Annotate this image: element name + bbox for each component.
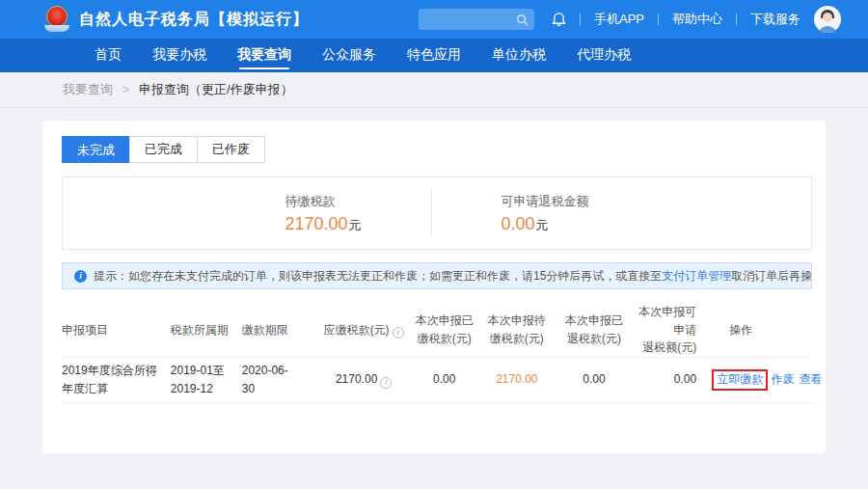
declaration-item-line2: 年度汇算 (62, 380, 171, 398)
summary-panel: 待缴税款 2170.00元 可申请退税金额 0.00元 (62, 177, 812, 250)
nav-item-home[interactable]: 首页 (95, 39, 122, 72)
summary-divider (431, 190, 432, 236)
nav-item-featured-apps[interactable]: 特色应用 (407, 39, 461, 72)
cell-tax-payable: 2170.00i (317, 370, 411, 389)
breadcrumb-parent[interactable]: 我要查询 (63, 81, 113, 98)
header-right: 手机APP 帮助中心 下载服务 (419, 6, 841, 33)
table-row: 2019年度综合所得 年度汇算 2019-01至 2019-12 2020-06… (62, 358, 812, 403)
col-header-to-pay-line1: 本次申报待 (478, 312, 556, 330)
tax-period-line2: 2019-12 (171, 380, 242, 398)
summary-refundable-amount: 0.00 (502, 214, 535, 233)
col-header-to-pay-this-time: 本次申报待 缴税款(元) (478, 312, 556, 347)
payment-deadline-line2: 30 (242, 380, 317, 398)
summary-refundable-label: 可申请退税金额 (502, 193, 589, 210)
declaration-item-line1: 2019年度综合所得 (62, 362, 171, 380)
col-header-refunded-line1: 本次申报已 (556, 312, 633, 330)
col-header-to-pay-line2: 缴税款(元) (478, 330, 556, 348)
tax-period-line1: 2019-01至 (171, 362, 242, 380)
cell-paid-this-time: 0.00 (411, 370, 478, 389)
payment-deadline-line1: 2020-06- (242, 362, 317, 380)
col-header-refundable-amount: 本次申报可申请 退税额(元) (633, 303, 710, 357)
header-link-download-service[interactable]: 下载服务 (750, 11, 800, 28)
nav-item-i-want-to-file[interactable]: 我要办税 (152, 39, 206, 72)
nav-item-agency-tax[interactable]: 代理办税 (577, 39, 631, 72)
summary-refundable-unit: 元 (536, 218, 549, 232)
tax-bureau-logo-icon (44, 6, 69, 33)
user-avatar[interactable] (814, 6, 841, 33)
pay-now-link[interactable]: 立即缴款 (717, 372, 763, 386)
cell-actions: 立即缴款 作废查看 (710, 369, 812, 391)
tax-payable-info-icon[interactable]: i (393, 327, 404, 339)
search-input[interactable] (426, 13, 516, 26)
tax-payable-value: 2170.00 (336, 372, 377, 386)
col-header-paid-line1: 本次申报已 (411, 312, 478, 330)
notice-info-icon: i (74, 270, 87, 283)
notification-bell[interactable] (552, 12, 566, 27)
payment-order-management-link[interactable]: 支付订单管理 (662, 268, 731, 285)
breadcrumb-current: 申报查询（更正/作废申报） (139, 81, 293, 98)
tax-payable-row-info-icon[interactable]: i (380, 377, 392, 389)
summary-tax-due-label: 待缴税款 (285, 193, 361, 210)
col-header-actions: 操作 (710, 321, 812, 340)
summary-refundable: 可申请退税金额 0.00元 (502, 193, 589, 234)
col-header-tax-payable: 应缴税款(元)i (317, 321, 411, 340)
bell-icon (552, 12, 566, 27)
site-title: 自然人电子税务局【模拟运行】 (79, 10, 309, 30)
main-nav: 首页 我要办税 我要查询 公众服务 特色应用 单位办税 代理办税 (0, 39, 868, 72)
header-link-mobile-app[interactable]: 手机APP (594, 11, 644, 28)
tab-completed[interactable]: 已完成 (129, 136, 198, 163)
summary-tax-due-unit: 元 (349, 218, 362, 232)
col-header-payment-deadline: 缴款期限 (242, 321, 317, 340)
content-card: 未完成 已完成 已作废 待缴税款 2170.00元 可申请退税金额 0.00元 … (42, 121, 826, 453)
cell-refundable-amount: 0.00 (633, 370, 710, 389)
search-icon[interactable] (516, 14, 529, 26)
top-header: 自然人电子税务局【模拟运行】 手机APP 帮助中心 下载服务 (0, 0, 868, 39)
col-header-paid-this-time: 本次申报已 缴税款(元) (411, 312, 478, 347)
status-tabs: 未完成 已完成 已作废 (62, 136, 812, 163)
header-separator (736, 14, 737, 25)
cell-payment-deadline: 2020-06- 30 (242, 362, 317, 397)
tab-voided[interactable]: 已作废 (197, 136, 265, 163)
cell-refunded-this-time: 0.00 (556, 370, 633, 389)
void-link[interactable]: 作废 (771, 372, 794, 386)
summary-tax-due-value: 2170.00元 (285, 214, 361, 234)
breadcrumb: 我要查询 > 申报查询（更正/作废申报） (0, 72, 868, 108)
col-header-refunded-this-time: 本次申报已 退税款(元) (556, 312, 633, 347)
table-header-row: 申报项目 税款所属期 缴款期限 应缴税款(元)i 本次申报已 缴税款(元) 本次… (62, 303, 812, 358)
header-separator (580, 14, 581, 25)
col-header-refundable-line2: 退税额(元) (633, 339, 696, 357)
tab-unfinished[interactable]: 未完成 (62, 136, 130, 163)
cell-to-pay-this-time: 2170.00 (478, 370, 556, 389)
nav-item-public-services[interactable]: 公众服务 (322, 39, 376, 72)
declaration-table: 申报项目 税款所属期 缴款期限 应缴税款(元)i 本次申报已 缴税款(元) 本次… (62, 303, 812, 403)
col-header-refunded-line2: 退税款(元) (556, 330, 633, 348)
notice-text-before: 提示：如您存在未支付完成的订单，则该申报表无法更正和作废；如需更正和作废，请15… (94, 268, 662, 285)
summary-tax-due-amount: 2170.00 (285, 214, 347, 233)
nav-item-unit-tax[interactable]: 单位办税 (492, 39, 546, 72)
summary-tax-due: 待缴税款 2170.00元 (285, 193, 361, 234)
header-link-help-center[interactable]: 帮助中心 (672, 11, 722, 28)
col-header-tax-payable-label: 应缴税款(元) (324, 323, 390, 337)
breadcrumb-separator: > (122, 83, 129, 96)
cell-declaration-item: 2019年度综合所得 年度汇算 (62, 362, 171, 397)
pay-now-highlight-box: 立即缴款 (712, 369, 768, 391)
col-header-declaration-item: 申报项目 (62, 321, 171, 340)
nav-item-i-want-to-query[interactable]: 我要查询 (237, 39, 291, 72)
col-header-refundable-line1: 本次申报可申请 (633, 303, 696, 339)
view-link[interactable]: 查看 (799, 372, 822, 386)
notice-bar: i 提示：如您存在未支付完成的订单，则该申报表无法更正和作废；如需更正和作废，请… (62, 262, 812, 289)
notice-text-after: 取消订单后再操作。 (731, 268, 812, 285)
cell-tax-period: 2019-01至 2019-12 (171, 362, 242, 397)
search-box[interactable] (419, 9, 534, 30)
col-header-tax-period: 税款所属期 (171, 321, 242, 340)
header-separator (658, 14, 659, 25)
col-header-paid-line2: 缴税款(元) (411, 330, 478, 348)
summary-refundable-value: 0.00元 (502, 214, 589, 234)
